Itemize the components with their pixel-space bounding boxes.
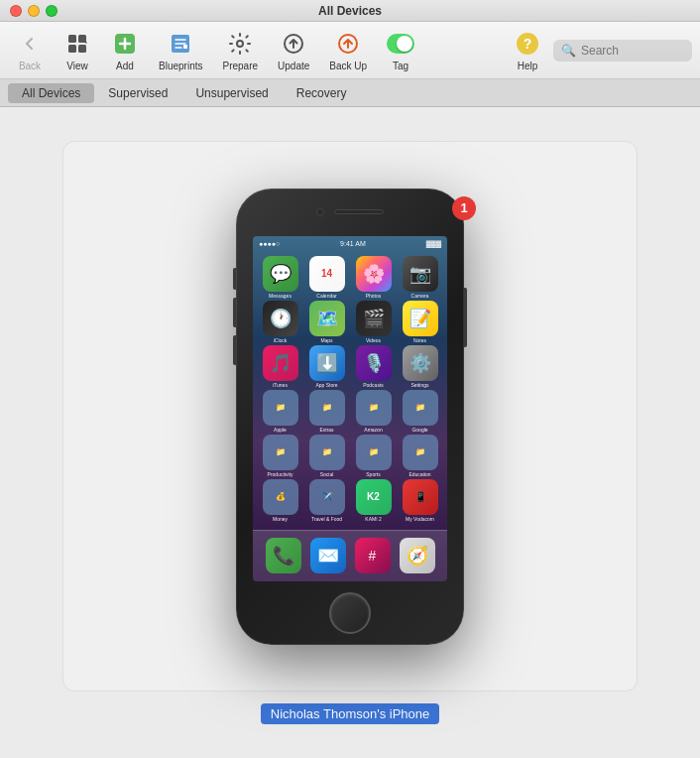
signal-bars: ●●●●○ (259, 240, 280, 247)
tab-all-devices[interactable]: All Devices (8, 83, 94, 103)
volume-up-button (233, 298, 236, 327)
update-button[interactable]: Update (270, 26, 317, 75)
vodacom-icon: 📱 (403, 479, 438, 515)
mail-icon: ✉️ (310, 538, 346, 573)
money-icon: 💰 (263, 479, 298, 515)
app-slot-folder4: 📁 Google (400, 390, 441, 433)
safari-icon: 🧭 (400, 538, 435, 573)
gear-icon (226, 30, 254, 58)
svg-rect-0 (68, 35, 76, 43)
update-icon (280, 30, 307, 58)
notes-icon: 📝 (403, 301, 438, 336)
svg-rect-2 (68, 45, 76, 53)
app-slot-camera: 📷 Camera (400, 256, 441, 299)
app-slot-videos: 🎬 Videos (353, 301, 395, 343)
blueprints-button[interactable]: Blueprints (151, 26, 210, 75)
search-input[interactable] (581, 44, 684, 58)
iphone-outer: ●●●●○ 9:41 AM ▓▓▓ 💬 Messages (236, 189, 464, 645)
app-slot-vodacom: 📱 My Vodacom (400, 479, 441, 522)
dock-slack: # (352, 538, 394, 573)
battery-indicator: ▓▓▓ (426, 240, 441, 247)
app-slot-folder7: 📁 Sports (353, 435, 395, 477)
tag-label: Tag (393, 61, 408, 71)
view-label: View (66, 61, 88, 71)
svg-point-7 (237, 41, 243, 47)
photos-icon: 🌸 (356, 256, 392, 292)
clock-icon: 🕐 (263, 301, 298, 336)
add-label: Add (116, 61, 134, 71)
update-label: Update (278, 61, 309, 71)
device-card: 1 ●●●●○ 9:41 (62, 141, 638, 692)
minimize-button[interactable] (28, 5, 40, 17)
screen-content: ●●●●○ 9:41 AM ▓▓▓ 💬 Messages (253, 236, 447, 581)
tag-button[interactable]: Tag (379, 26, 422, 75)
dock: 📞 ✉️ # 🧭 (253, 530, 447, 581)
dock-phone: 📞 (263, 538, 304, 573)
app-slot-folder3: 📁 Amazon (353, 390, 395, 433)
search-box[interactable]: 🔍 (553, 40, 692, 62)
icon-row-5: 📁 Productivity 📁 Social 📁 Sports (257, 435, 443, 477)
backup-icon (334, 30, 362, 58)
podcasts-icon: 🎙️ (356, 345, 392, 381)
app-slot-folder8: 📁 Education (400, 435, 441, 477)
kami-icon: K2 (356, 479, 392, 515)
svg-rect-6 (183, 45, 187, 49)
calendar-icon: 14 (309, 256, 345, 292)
settings-icon: ⚙️ (403, 345, 438, 381)
earpiece-speaker (334, 209, 384, 214)
app-slot-money: 💰 Money (260, 479, 301, 522)
iphone-bottom (329, 581, 371, 645)
prepare-label: Prepare (222, 61, 258, 71)
maximize-button[interactable] (46, 5, 58, 17)
app-slot-messages: 💬 Messages (260, 256, 301, 299)
back-button[interactable]: Back (8, 26, 52, 75)
camera-icon: 📷 (403, 256, 438, 292)
close-button[interactable] (10, 5, 22, 17)
app-slot-folder1: 📁 Apple (260, 390, 301, 433)
slack-icon: # (355, 538, 391, 573)
app-slot-calendar: 14 Calendar (306, 256, 348, 299)
app-grid: 💬 Messages 14 Calendar 🌸 Photos (253, 252, 447, 530)
view-button[interactable]: View (56, 26, 99, 75)
maps-icon: 🗺️ (309, 301, 345, 336)
app-slot-appstore: ⬇️ App Store (306, 345, 348, 388)
svg-rect-3 (78, 45, 86, 53)
view-icon (63, 30, 91, 58)
toggle-icon (387, 30, 414, 58)
dock-safari: 🧭 (397, 538, 438, 573)
window-title: All Devices (318, 4, 382, 18)
prepare-button[interactable]: Prepare (214, 26, 266, 75)
help-button[interactable]: ? Help (506, 26, 549, 75)
add-button[interactable]: Add (103, 26, 147, 75)
app-slot-folder5: 📁 Productivity (260, 435, 301, 477)
iphone-wrapper: 1 ●●●●○ 9:41 (236, 189, 464, 645)
folder2-icon: 📁 (309, 390, 345, 426)
tab-recovery[interactable]: Recovery (283, 83, 361, 103)
tabs-bar: All Devices Supervised Unsupervised Reco… (0, 79, 700, 107)
power-button (464, 288, 467, 347)
mute-switch (233, 268, 236, 290)
backup-label: Back Up (329, 61, 367, 71)
home-button[interactable] (329, 592, 371, 634)
app-slot-settings: ⚙️ Settings (400, 345, 441, 388)
folder7-icon: 📁 (356, 435, 392, 470)
front-camera (316, 208, 324, 216)
device-name-label[interactable]: Nicholas Thomson's iPhone (261, 703, 440, 724)
toolbar: Back View Add (0, 22, 700, 79)
app-slot-folder6: 📁 Social (306, 435, 348, 477)
dock-mail: ✉️ (307, 538, 349, 573)
window-controls[interactable] (10, 5, 58, 17)
backup-button[interactable]: Back Up (321, 26, 375, 75)
app-slot-podcasts: 🎙️ Podcasts (353, 345, 395, 388)
tab-unsupervised[interactable]: Unsupervised (181, 83, 282, 103)
tab-supervised[interactable]: Supervised (94, 83, 181, 103)
folder5-icon: 📁 (263, 435, 298, 470)
help-icon: ? (514, 30, 541, 58)
chevron-left-icon (16, 30, 44, 58)
app-slot-travel: ✈️ Travel & Food (306, 479, 348, 522)
main-content: 1 ●●●●○ 9:41 (0, 107, 700, 758)
icon-row-4: 📁 Apple 📁 Extras 📁 Amazon (257, 390, 443, 433)
app-slot-photos: 🌸 Photos (353, 256, 395, 299)
iphone-screen[interactable]: ●●●●○ 9:41 AM ▓▓▓ 💬 Messages (253, 236, 447, 581)
back-label: Back (19, 61, 41, 71)
